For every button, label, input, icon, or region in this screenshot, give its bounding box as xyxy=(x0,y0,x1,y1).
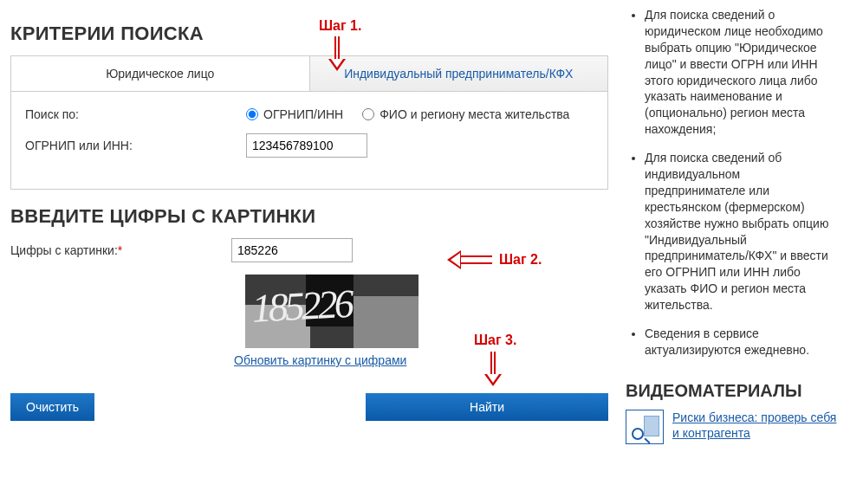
radio-fio-region-label: ФИО и региону места жительства xyxy=(380,107,569,121)
refresh-captcha-link[interactable]: Обновить картинку с цифрами xyxy=(234,353,608,367)
video-thumb-icon xyxy=(626,410,664,444)
radio-ogrnip-inn-label: ОГРНИП/ИНН xyxy=(263,107,343,121)
captcha-image: 185226 xyxy=(245,275,419,348)
video-item: Риски бизнеса: проверь себя и контрагент… xyxy=(626,410,840,444)
required-marker: * xyxy=(118,243,122,257)
search-by-radio-group: ОГРНИП/ИНН ФИО и региону места жительств… xyxy=(246,107,569,121)
captcha-label-text: Цифры с картинки: xyxy=(10,243,118,257)
criteria-title: КРИТЕРИИ ПОИСКА xyxy=(10,23,608,45)
entity-type-tabs: Юридическое лицо Индивидуальный предприн… xyxy=(10,55,608,92)
find-button[interactable]: Найти xyxy=(366,393,608,421)
instruction-item: Сведения в сервисе актуализируются ежедн… xyxy=(645,326,840,359)
tab-individual-entrepreneur[interactable]: Индивидуальный предприниматель/КФХ xyxy=(309,56,608,91)
radio-ogrnip-inn[interactable]: ОГРНИП/ИНН xyxy=(246,107,343,121)
captcha-block: Цифры с картинки:* 185226 Обновить карти… xyxy=(10,238,608,367)
clear-button[interactable]: Очистить xyxy=(10,393,94,421)
video-link[interactable]: Риски бизнеса: проверь себя и контрагент… xyxy=(672,410,840,441)
search-by-label: Поиск по: xyxy=(25,107,246,121)
search-form-area: КРИТЕРИИ ПОИСКА Юридическое лицо Индивид… xyxy=(10,7,608,444)
ogrnip-inn-input[interactable] xyxy=(246,133,367,158)
captcha-input[interactable] xyxy=(231,238,353,262)
radio-ogrnip-inn-input[interactable] xyxy=(246,108,258,120)
tab-legal-entity[interactable]: Юридическое лицо xyxy=(11,56,309,91)
instruction-item: Для поиска сведений о юридическом лице н… xyxy=(645,7,840,138)
instructions-list: Для поиска сведений о юридическом лице н… xyxy=(626,7,840,359)
sidebar: Для поиска сведений о юридическом лице н… xyxy=(608,7,840,444)
action-buttons: Очистить Найти xyxy=(10,393,608,421)
video-materials-title: ВИДЕОМАТЕРИАЛЫ xyxy=(626,381,840,401)
captcha-field-label: Цифры с картинки:* xyxy=(10,243,231,257)
radio-fio-region[interactable]: ФИО и региону места жительства xyxy=(362,107,569,121)
ogrnip-inn-label: ОГРНИП или ИНН: xyxy=(25,139,246,152)
radio-fio-region-input[interactable] xyxy=(362,108,374,120)
captcha-title: ВВЕДИТЕ ЦИФРЫ С КАРТИНКИ xyxy=(10,205,608,228)
criteria-panel: Поиск по: ОГРНИП/ИНН ФИО и региону места… xyxy=(10,92,608,190)
captcha-image-digits: 185226 xyxy=(250,277,412,346)
instruction-item: Для поиска сведений об индивидуальном пр… xyxy=(645,150,840,313)
